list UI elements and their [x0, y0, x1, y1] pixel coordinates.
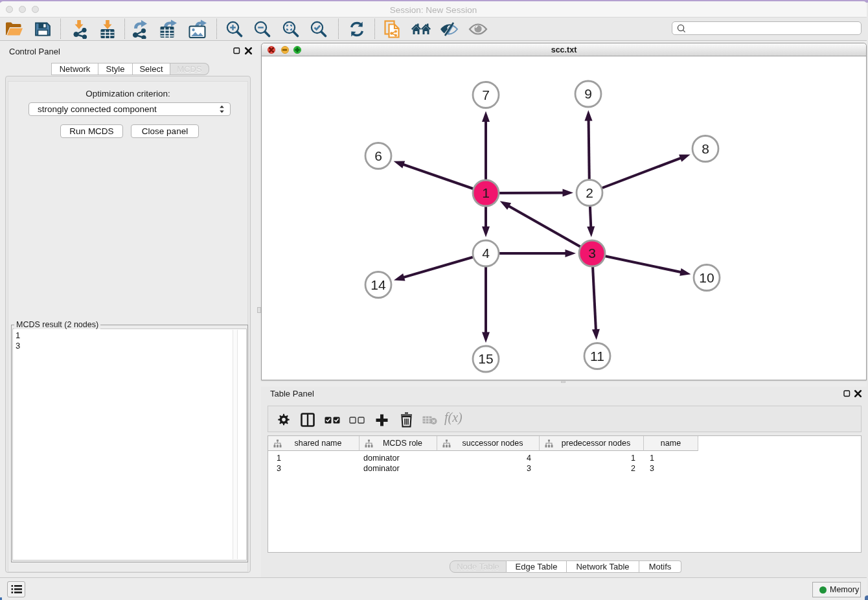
svg-text:8: 8	[702, 141, 709, 156]
svg-text:14: 14	[371, 277, 386, 292]
svg-text:2: 2	[586, 185, 593, 200]
svg-text:4: 4	[482, 246, 490, 260]
svg-text:6: 6	[374, 148, 382, 163]
svg-text:1: 1	[482, 185, 490, 200]
svg-text:11: 11	[590, 349, 604, 363]
svg-text:3: 3	[588, 246, 596, 260]
svg-text:15: 15	[478, 351, 493, 366]
svg-text:10: 10	[699, 270, 714, 285]
svg-text:9: 9	[584, 86, 592, 101]
svg-text:7: 7	[482, 87, 490, 102]
